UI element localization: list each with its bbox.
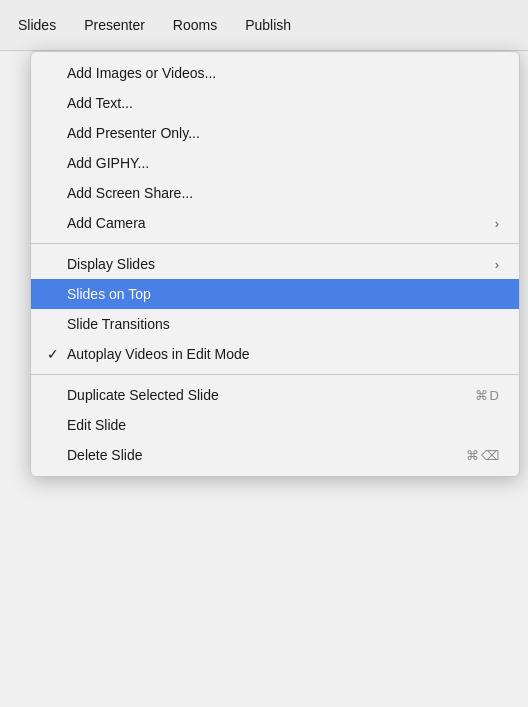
shortcut-duplicate: ⌘D [475, 388, 499, 403]
menu-item-add-giphy[interactable]: Add GIPHY... [31, 148, 519, 178]
menu-item-duplicate-slide[interactable]: Duplicate Selected Slide ⌘D [31, 380, 519, 410]
menu-bar: Slides Presenter Rooms Publish [0, 0, 528, 51]
checkmark-placeholder [47, 215, 67, 231]
menu-item-add-screen-share[interactable]: Add Screen Share... [31, 178, 519, 208]
menu-bar-item-presenter[interactable]: Presenter [70, 0, 159, 50]
checkmark-placeholder [47, 447, 67, 463]
checkmark-placeholder [47, 155, 67, 171]
menu-item-add-images-videos[interactable]: Add Images or Videos... [31, 58, 519, 88]
menu-item-slides-on-top[interactable]: Slides on Top [31, 279, 519, 309]
menu-item-delete-slide[interactable]: Delete Slide ⌘⌫ [31, 440, 519, 470]
menu-item-slide-transitions[interactable]: Slide Transitions [31, 309, 519, 339]
checkmark-placeholder [47, 95, 67, 111]
menu-item-add-camera[interactable]: Add Camera › [31, 208, 519, 238]
checkmark-placeholder [47, 256, 67, 272]
checkmark-placeholder [47, 286, 67, 302]
separator-1 [31, 243, 519, 244]
menu-bar-item-rooms[interactable]: Rooms [159, 0, 231, 50]
submenu-arrow-icon: › [495, 216, 499, 231]
menu-item-autoplay-videos[interactable]: ✓ Autoplay Videos in Edit Mode [31, 339, 519, 369]
checkmark-autoplay: ✓ [47, 346, 67, 362]
separator-2 [31, 374, 519, 375]
checkmark-placeholder [47, 65, 67, 81]
slides-dropdown-menu: Add Images or Videos... Add Text... Add … [30, 51, 520, 477]
checkmark-placeholder [47, 387, 67, 403]
submenu-arrow-icon: › [495, 257, 499, 272]
checkmark-placeholder [47, 125, 67, 141]
menu-bar-item-publish[interactable]: Publish [231, 0, 305, 50]
checkmark-placeholder [47, 417, 67, 433]
checkmark-placeholder [47, 185, 67, 201]
shortcut-delete: ⌘⌫ [466, 448, 499, 463]
checkmark-placeholder [47, 316, 67, 332]
menu-item-edit-slide[interactable]: Edit Slide [31, 410, 519, 440]
menu-item-add-presenter-only[interactable]: Add Presenter Only... [31, 118, 519, 148]
menu-item-display-slides[interactable]: Display Slides › [31, 249, 519, 279]
menu-item-add-text[interactable]: Add Text... [31, 88, 519, 118]
menu-bar-item-slides[interactable]: Slides [4, 0, 70, 50]
